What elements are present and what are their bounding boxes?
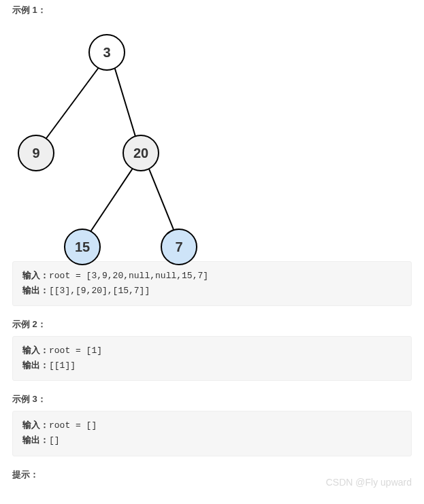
example-1-label: 示例 1：	[12, 4, 412, 16]
tree-edge	[90, 167, 133, 233]
tree-node-15: 15	[64, 229, 101, 265]
output-label: 输出：	[22, 435, 49, 446]
input-label: 输入：	[22, 271, 49, 281]
hints-label: 提示：	[12, 469, 412, 481]
tree-diagram: 3920157	[12, 23, 206, 254]
input-label: 输入：	[22, 346, 49, 356]
example-2-code: 输入：root = [1]输出：[[1]]	[12, 336, 412, 381]
tree-edge	[45, 67, 99, 140]
tree-node-9: 9	[18, 135, 54, 171]
input-label: 输入：	[22, 420, 49, 431]
output-label: 输出：	[22, 286, 49, 296]
output-value: []	[49, 435, 60, 446]
tree-node-20: 20	[123, 135, 159, 171]
output-value: [[3],[9,20],[15,7]]	[49, 286, 150, 296]
tree-node-7: 7	[161, 229, 197, 265]
tree-edge	[114, 67, 136, 139]
example-2-label: 示例 2：	[12, 318, 412, 331]
output-value: [[1]]	[49, 360, 76, 371]
tree-edge	[148, 167, 174, 231]
example-3-code: 输入：root = []输出：[]	[12, 411, 412, 456]
example-1-code: 输入：root = [3,9,20,null,null,15,7]输出：[[3]…	[12, 261, 412, 306]
example-3-label: 示例 3：	[12, 393, 412, 405]
input-value: root = [1]	[49, 346, 102, 356]
output-label: 输出：	[22, 360, 49, 371]
input-value: root = []	[49, 420, 97, 431]
input-value: root = [3,9,20,null,null,15,7]	[49, 271, 208, 281]
tree-node-3: 3	[88, 34, 125, 71]
